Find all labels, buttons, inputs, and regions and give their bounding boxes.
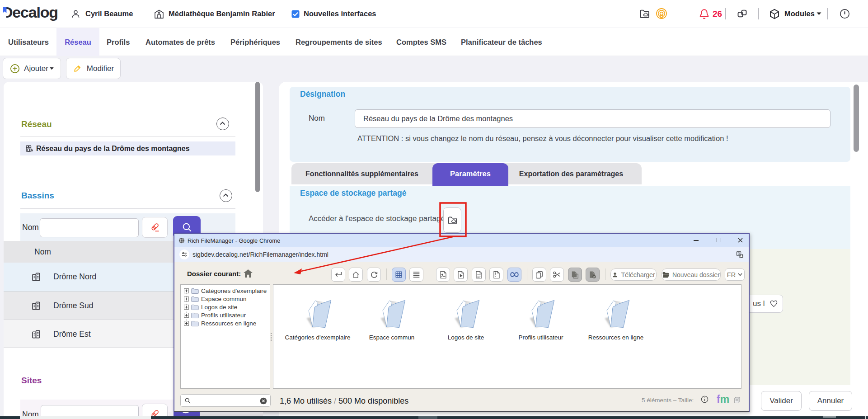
svg-text:Decalog: Decalog	[3, 4, 58, 21]
